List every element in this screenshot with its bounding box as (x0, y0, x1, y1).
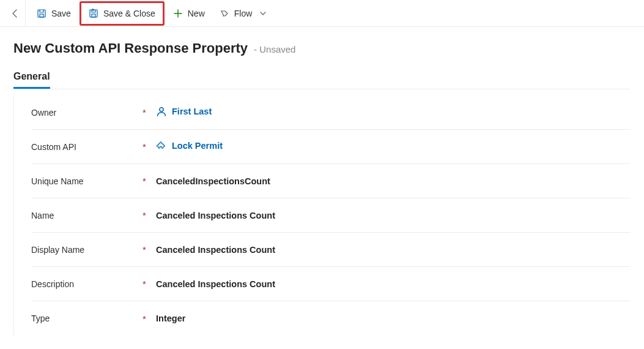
field-label: Custom API (31, 137, 142, 157)
field-name: Name * Canceled Inspections Count (31, 198, 631, 233)
svg-point-4 (160, 108, 163, 111)
field-label: Display Name (31, 240, 142, 260)
field-unique-name: Unique Name * CanceledInspectionsCount (31, 164, 631, 198)
required-mark: * (142, 176, 156, 186)
flow-label: Flow (234, 9, 253, 18)
save-label: Save (51, 9, 71, 18)
svg-rect-1 (40, 14, 43, 17)
field-label: Description (31, 274, 142, 294)
page-title: New Custom API Response Property (13, 40, 248, 56)
unique-name-input[interactable]: CanceledInspectionsCount (156, 171, 631, 191)
save-button[interactable]: Save (29, 4, 78, 23)
owner-lookup[interactable]: First Last (156, 106, 212, 117)
type-select[interactable]: Integer (156, 309, 631, 328)
display-name-input[interactable]: Canceled Inspections Count (156, 240, 631, 260)
field-label: Unique Name (31, 171, 142, 191)
unsaved-status: - Unsaved (254, 44, 295, 54)
required-mark: * (142, 107, 156, 118)
save-icon (37, 9, 46, 18)
save-close-button[interactable]: Save & Close (81, 4, 163, 23)
field-owner: Owner * First Last (31, 96, 631, 130)
svg-rect-3 (92, 14, 95, 17)
back-arrow-icon (10, 9, 20, 18)
plus-icon (173, 9, 183, 18)
title-row: New Custom API Response Property - Unsav… (13, 40, 631, 56)
person-icon (156, 106, 167, 117)
form-general: Owner * First Last Custom API * (13, 96, 631, 336)
save-close-icon (89, 9, 98, 18)
highlight-save-close: Save & Close (80, 1, 165, 26)
field-label: Name (31, 206, 142, 225)
field-type: Type * Integer (31, 301, 631, 336)
field-custom-api: Custom API * Lock Permit (31, 130, 631, 164)
flow-icon (220, 9, 229, 18)
field-value[interactable]: Lock Permit (156, 135, 631, 158)
chevron-down-icon (258, 9, 268, 18)
field-label: Type (31, 309, 142, 328)
required-mark: * (142, 313, 156, 324)
field-display-name: Display Name * Canceled Inspections Coun… (31, 233, 631, 267)
custom-api-lookup[interactable]: Lock Permit (156, 140, 223, 151)
field-label: Owner (31, 103, 142, 122)
owner-lookup-text: First Last (172, 107, 212, 116)
required-mark: * (142, 244, 156, 255)
name-input[interactable]: Canceled Inspections Count (156, 206, 631, 225)
field-description: Description * Canceled Inspections Count (31, 267, 631, 301)
svg-rect-0 (38, 10, 45, 17)
tab-general[interactable]: General (13, 71, 50, 89)
page-body: New Custom API Response Property - Unsav… (0, 27, 644, 336)
command-bar: Save Save & Close New (0, 0, 644, 27)
required-mark: * (142, 279, 156, 289)
flow-button[interactable]: Flow (212, 4, 276, 23)
back-button[interactable] (5, 0, 26, 27)
tab-strip: General (13, 71, 631, 89)
puzzle-icon (156, 140, 167, 151)
required-mark: * (142, 210, 156, 220)
description-input[interactable]: Canceled Inspections Count (156, 274, 631, 294)
custom-api-lookup-text: Lock Permit (172, 141, 223, 151)
save-close-label: Save & Close (103, 9, 155, 18)
required-mark: * (142, 141, 156, 152)
field-value[interactable]: First Last (156, 101, 631, 124)
new-button[interactable]: New (166, 4, 212, 23)
new-label: New (188, 9, 205, 18)
